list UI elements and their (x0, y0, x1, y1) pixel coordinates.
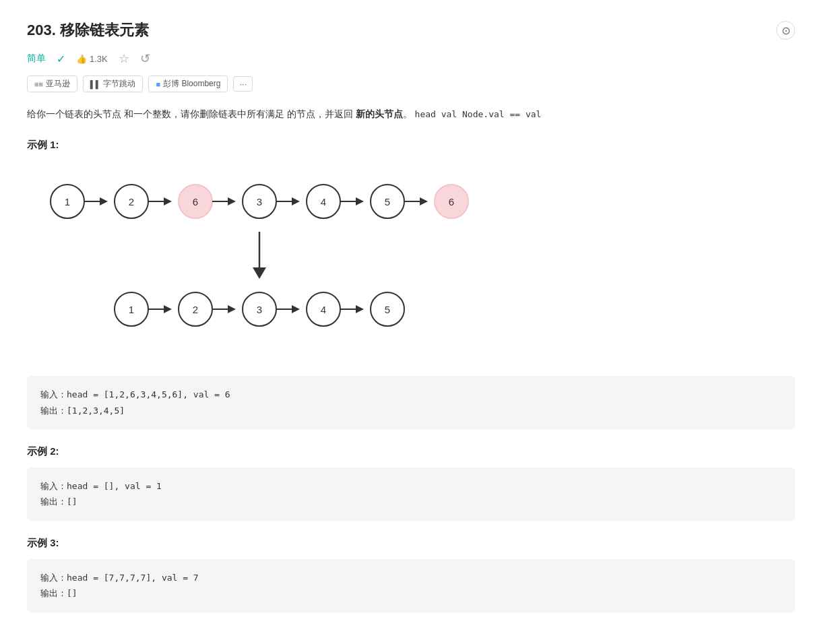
amazon-icon: ≡≡ (34, 80, 43, 88)
more-tags-button[interactable]: ··· (233, 76, 253, 92)
example2-output-line: 输出：[] (40, 494, 782, 509)
difficulty-badge: 简单 (27, 53, 46, 65)
example3-output-label: 输出： (40, 588, 67, 598)
svg-text:3: 3 (257, 304, 262, 315)
tag-bloomberg-label: 彭博 Bloomberg (163, 78, 220, 90)
example2-input-label: 输入： (40, 481, 67, 491)
problem-description: 给你一个链表的头节点 和一个整数，请你删除链表中所有满足 的节点，并返回 新的头… (27, 106, 795, 123)
example1-output-line: 输出：[1,2,3,4,5] (40, 403, 782, 418)
svg-marker-31 (164, 305, 172, 313)
more-button[interactable]: ⊙ (776, 21, 795, 40)
svg-text:1: 1 (129, 304, 134, 315)
problem-title-text: 移除链表元素 (60, 22, 149, 38)
problem-number: 203. (27, 22, 56, 38)
example1-section: 示例 1: 1 2 6 (27, 139, 795, 429)
svg-text:6: 6 (193, 196, 198, 207)
bold-text: 新的头节点 (356, 108, 403, 119)
example1-code-block: 输入：head = [1,2,6,3,4,5,6], val = 6 输出：[1… (27, 376, 795, 429)
example2-output-label: 输出： (40, 496, 67, 507)
description-code: head val Node.val == val (415, 109, 542, 119)
likes-count: 1.3K (90, 54, 108, 64)
svg-marker-3 (100, 197, 108, 205)
example3-output-line: 输出：[] (40, 585, 782, 601)
example3-section: 示例 3: 输入：head = [7,7,7,7], val = 7 输出：[] (27, 537, 795, 612)
example1-input-label: 输入： (40, 389, 67, 399)
tag-bloomberg[interactable]: ■ 彭博 Bloomberg (148, 75, 228, 92)
tag-amazon[interactable]: ≡≡ 亚马逊 (27, 75, 77, 92)
example2-input-value: head = [], val = 1 (67, 481, 162, 491)
svg-text:3: 3 (257, 196, 262, 207)
star-button[interactable]: ☆ (119, 51, 129, 66)
example1-title: 示例 1: (27, 139, 795, 152)
example1-output-value: [1,2,3,4,5] (67, 406, 125, 416)
tag-bytedance-label: 字节跳动 (103, 78, 135, 90)
example1-input-line: 输入：head = [1,2,6,3,4,5,6], val = 6 (40, 387, 782, 402)
example3-title: 示例 3: (27, 537, 795, 550)
bloomberg-icon: ■ (156, 80, 160, 88)
svg-text:1: 1 (65, 196, 70, 207)
example2-code-block: 输入：head = [], val = 1 输出：[] (27, 468, 795, 521)
svg-text:4: 4 (321, 304, 326, 315)
tags-row: ≡≡ 亚马逊 ▌▌ 字节跳动 ■ 彭博 Bloomberg ··· (27, 75, 795, 92)
svg-text:2: 2 (129, 196, 134, 207)
svg-marker-27 (253, 267, 266, 279)
page-container: 203. 移除链表元素 ⊙ 简单 ✓ 👍 1.3K ☆ ↺ ≡≡ 亚马逊 ▌▌ … (0, 0, 822, 644)
svg-marker-15 (292, 197, 300, 205)
svg-text:6: 6 (449, 196, 454, 207)
example2-input-line: 输入：head = [], val = 1 (40, 478, 782, 494)
problem-title: 203. 移除链表元素 (27, 20, 149, 40)
svg-text:5: 5 (385, 304, 390, 315)
example1-input-value: head = [1,2,6,3,4,5,6], val = 6 (67, 389, 230, 399)
likes-section: 👍 1.3K (76, 54, 108, 64)
linked-list-svg: 1 2 6 3 (27, 168, 499, 356)
tag-bytedance[interactable]: ▌▌ 字节跳动 (83, 75, 144, 92)
refresh-button[interactable]: ↺ (140, 51, 150, 66)
svg-marker-11 (228, 197, 236, 205)
example3-code-block: 输入：head = [7,7,7,7], val = 7 输出：[] (27, 559, 795, 612)
tag-amazon-label: 亚马逊 (46, 78, 70, 90)
meta-row: 简单 ✓ 👍 1.3K ☆ ↺ (27, 51, 795, 66)
example3-output-value: [] (67, 588, 77, 598)
title-row: 203. 移除链表元素 ⊙ (27, 20, 795, 40)
svg-marker-19 (356, 197, 364, 205)
example3-input-label: 输入： (40, 573, 67, 583)
svg-marker-35 (228, 305, 236, 313)
svg-text:5: 5 (385, 196, 390, 207)
example2-title: 示例 2: (27, 445, 795, 458)
svg-marker-7 (164, 197, 172, 205)
example1-output-label: 输出： (40, 406, 67, 416)
svg-marker-43 (356, 305, 364, 313)
bytedance-icon: ▌▌ (90, 80, 101, 88)
example1-diagram: 1 2 6 3 (27, 161, 795, 365)
svg-marker-23 (420, 197, 428, 205)
check-icon: ✓ (57, 53, 65, 65)
thumbs-up-icon: 👍 (76, 54, 87, 64)
example3-input-value: head = [7,7,7,7], val = 7 (67, 573, 199, 583)
svg-text:2: 2 (193, 304, 198, 315)
example3-input-line: 输入：head = [7,7,7,7], val = 7 (40, 570, 782, 585)
svg-marker-39 (292, 305, 300, 313)
example2-section: 示例 2: 输入：head = [], val = 1 输出：[] (27, 445, 795, 521)
example2-output-value: [] (67, 496, 77, 507)
svg-text:4: 4 (321, 196, 326, 207)
